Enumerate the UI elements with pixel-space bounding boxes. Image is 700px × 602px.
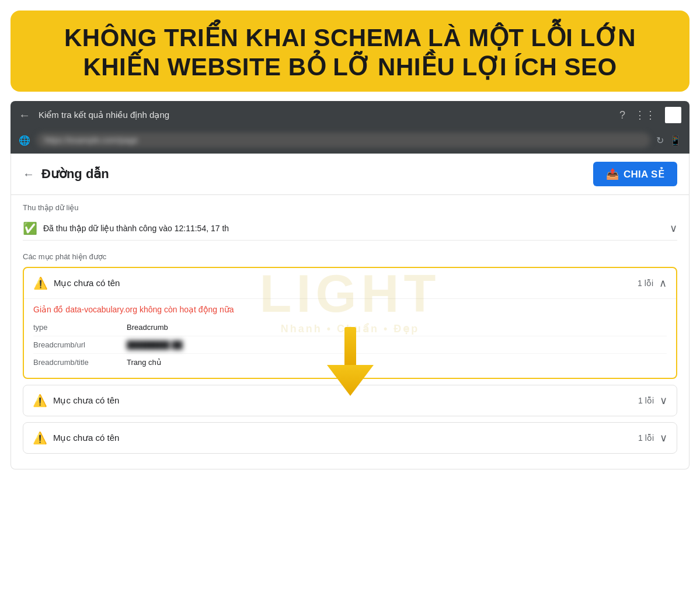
item-3-left: ⚠️ Mục chưa có tên [33,431,119,445]
reload-icon[interactable]: ↻ [656,135,664,146]
item-2-right: 1 lỗi ∨ [638,394,667,407]
item-1-details: Giản đồ data-vocabulary.org không còn ho… [24,298,676,378]
success-text: Đã thu thập dữ liệu thành công vào 12:11… [43,224,229,233]
browser-urlbar: 🌐 ↻ 📱 [11,129,689,154]
detail-value-type: Breadcrumb [127,323,168,332]
avatar[interactable] [665,107,681,123]
help-icon[interactable]: ? [619,109,625,121]
browser-chrome: ← Kiểm tra kết quả nhiều định dạng ? ⋮⋮ … [11,101,689,154]
main-content: ← Đường dẫn 📤 CHIA SẺ Thu thập dữ liệu ✅… [11,154,689,469]
browser-title: Kiểm tra kết quả nhiều định dạng [39,110,611,120]
item-2-name: Mục chưa có tên [53,395,119,406]
url-bar[interactable] [36,133,650,148]
item-2-error-count: 1 lỗi [638,396,654,405]
detected-item-2: ⚠️ Mục chưa có tên 1 lỗi ∨ [23,385,677,416]
item-1-header[interactable]: ⚠️ Mục chưa có tên 1 lỗi ∧ [24,268,676,298]
error-icon-1: ⚠️ [33,276,48,290]
detail-row-url: Breadcrumb/url ████████ ██ [33,336,667,354]
collapse-item-1-icon[interactable]: ∧ [659,277,667,290]
detected-label: Các mục phát hiện được [23,252,677,261]
back-arrow-icon[interactable]: ← [23,168,34,181]
banner-line2: KHIẾN WEBSITE BỎ LỠ NHIỀU LỢI ÍCH SEO [28,53,672,82]
detected-section: Các mục phát hiện được ⚠️ Mục chưa có tê… [11,244,689,463]
detected-item-3: ⚠️ Mục chưa có tên 1 lỗi ∨ [23,422,677,454]
item-2-header[interactable]: ⚠️ Mục chưa có tên 1 lỗi ∨ [23,385,677,416]
page-title: Đường dẫn [41,166,109,182]
detail-row-title: Breadcrumb/title Trang chủ [33,354,667,371]
expand-data-collection-icon[interactable]: ∨ [670,222,677,235]
grid-icon[interactable]: ⋮⋮ [635,109,656,121]
browser-icons: ? ⋮⋮ [619,107,681,123]
data-collection-label: Thu thập dữ liệu [23,203,677,212]
expand-item-2-icon[interactable]: ∨ [660,394,667,407]
share-button-label: CHIA SẺ [624,168,664,180]
item-1-left: ⚠️ Mục chưa có tên [33,276,120,290]
success-icon: ✅ [23,221,37,235]
banner: KHÔNG TRIỂN KHAI SCHEMA LÀ MỘT LỖI LỚN K… [11,11,689,92]
banner-line1: KHÔNG TRIỂN KHAI SCHEMA LÀ MỘT LỖI LỚN [28,23,672,53]
detail-value-url: ████████ ██ [127,340,183,349]
detected-item-1: ⚠️ Mục chưa có tên 1 lỗi ∧ Giản đồ data-… [23,267,677,379]
expand-item-3-icon[interactable]: ∨ [660,432,667,444]
breadcrumb-nav: ← Đường dẫn 📤 CHIA SẺ [11,154,689,195]
item-1-error-count: 1 lỗi [638,279,653,288]
detail-value-title: Trang chủ [127,358,161,367]
detail-row-type: type Breadcrumb [33,319,667,336]
detail-key-title: Breadcrumb/title [33,358,127,367]
item-1-right: 1 lỗi ∧ [638,277,667,290]
mobile-icon[interactable]: 📱 [670,135,681,146]
error-icon-2: ⚠️ [33,394,47,408]
item-1-name: Mục chưa có tên [54,278,120,288]
success-row: ✅ Đã thu thập dữ liệu thành công vào 12:… [23,217,677,241]
error-icon-3: ⚠️ [33,431,47,445]
success-left: ✅ Đã thu thập dữ liệu thành công vào 12:… [23,221,229,235]
share-button[interactable]: 📤 CHIA SẺ [593,162,677,186]
item-3-right: 1 lỗi ∨ [638,432,667,444]
data-collection-section: Thu thập dữ liệu ✅ Đã thu thập dữ liệu t… [11,195,689,244]
detail-key-url: Breadcrumb/url [33,340,127,349]
browser-back-icon[interactable]: ← [19,109,30,122]
item-2-left: ⚠️ Mục chưa có tên [33,394,119,408]
item-3-error-count: 1 lỗi [638,433,654,443]
item-3-name: Mục chưa có tên [53,433,119,443]
item-3-header[interactable]: ⚠️ Mục chưa có tên 1 lỗi ∨ [23,423,677,453]
browser-topbar: ← Kiểm tra kết quả nhiều định dạng ? ⋮⋮ [11,101,689,129]
item-1-error-message: Giản đồ data-vocabulary.org không còn ho… [33,299,667,319]
share-icon: 📤 [606,168,619,180]
detail-key-type: type [33,323,127,332]
breadcrumb-left: ← Đường dẫn [23,166,109,182]
globe-icon: 🌐 [19,135,30,146]
